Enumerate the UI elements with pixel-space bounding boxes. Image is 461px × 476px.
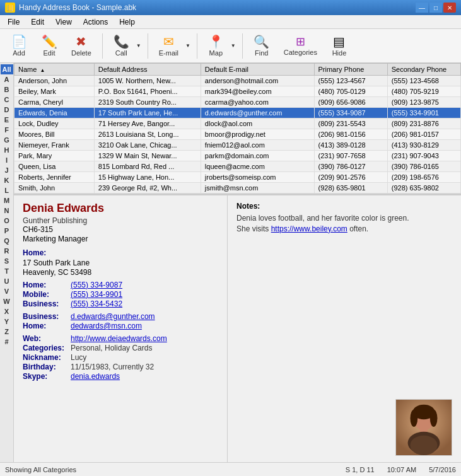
- call-button[interactable]: 📞 Call: [108, 32, 135, 61]
- alpha-v[interactable]: V: [1, 286, 13, 296]
- alpha-k[interactable]: K: [1, 175, 13, 185]
- alpha-m[interactable]: M: [1, 195, 13, 206]
- phone-mobile-value[interactable]: (555) 334-9901: [71, 290, 122, 299]
- skype-value[interactable]: denia.edwards: [71, 372, 120, 381]
- birthday-label: Birthday:: [23, 363, 67, 371]
- email-dropdown-arrow[interactable]: ▼: [184, 42, 192, 50]
- alpha-l[interactable]: L: [1, 185, 13, 195]
- add-button[interactable]: 📄 Add: [5, 32, 33, 61]
- alpha-f[interactable]: F: [1, 125, 13, 135]
- alpha-hash[interactable]: #: [1, 337, 13, 347]
- menu-help[interactable]: Help: [114, 16, 140, 28]
- map-dropdown-arrow[interactable]: ▼: [230, 42, 237, 50]
- menu-actions[interactable]: Actions: [78, 16, 113, 28]
- home-address-line1: 17 South Park Lane: [23, 258, 218, 267]
- web-label: Web:: [23, 334, 67, 343]
- alpha-i[interactable]: I: [1, 155, 13, 165]
- phone-business-value[interactable]: (555) 334-5432: [71, 299, 122, 308]
- alpha-c[interactable]: C: [1, 95, 13, 105]
- find-icon: 🔍: [254, 35, 269, 48]
- table-row[interactable]: Queen, Lisa 815 Lombard Rd, Red ... lque…: [15, 161, 461, 172]
- table-row[interactable]: Roberts, Jennifer 15 Highway Lane, Hon..…: [15, 172, 461, 183]
- table-row[interactable]: Smith, John 239 George Rd, #2, Wh... jsm…: [15, 183, 461, 194]
- find-button[interactable]: 🔍 Find: [248, 32, 276, 61]
- alpha-a[interactable]: A: [1, 74, 13, 84]
- table-row[interactable]: Anderson, John 1005 W. Northern, New... …: [15, 76, 461, 86]
- nickname-label: Nickname:: [23, 353, 67, 362]
- contact-name: Denia Edwards: [23, 202, 218, 215]
- table-row[interactable]: Carma, Cheryl 2319 South Country Ro... c…: [15, 97, 461, 108]
- col-header-email[interactable]: Default E-mail: [201, 64, 314, 76]
- cell-phone2: (413) 930-8129: [387, 140, 460, 151]
- skype-row: Skype: denia.edwards: [23, 372, 218, 381]
- alpha-q[interactable]: Q: [1, 236, 13, 246]
- phone-home-value[interactable]: (555) 334-9087: [71, 281, 122, 289]
- alpha-r[interactable]: R: [1, 246, 13, 256]
- table-row[interactable]: Moores, Bill 2613 Louisiana St, Long... …: [15, 129, 461, 140]
- web-value[interactable]: http://www.deiaedwards.com: [71, 334, 167, 343]
- table-row[interactable]: Edwards, Denia 17 South Park Lane, He...…: [15, 108, 461, 119]
- email-home-value[interactable]: dedwards@msn.com: [71, 322, 142, 330]
- email-business-value[interactable]: d.edwards@gunther.com: [71, 312, 155, 321]
- map-icon: 📍: [208, 35, 224, 48]
- alpha-x[interactable]: X: [1, 306, 13, 316]
- alpha-y[interactable]: Y: [1, 316, 13, 327]
- cell-phone1: (231) 907-7658: [314, 151, 387, 161]
- maximize-button[interactable]: □: [429, 3, 442, 13]
- call-icon: 📞: [114, 35, 129, 48]
- toolbar-sep-3: [197, 33, 197, 59]
- alpha-w[interactable]: W: [1, 296, 13, 306]
- call-dropdown-arrow[interactable]: ▼: [135, 42, 143, 50]
- alpha-all[interactable]: All: [1, 64, 13, 74]
- cell-phone2: (928) 635-9802: [387, 183, 460, 194]
- notes-body: Denia loves football, and her favorite c…: [236, 213, 452, 235]
- menu-file[interactable]: File: [3, 16, 25, 28]
- email-home-label: Home:: [23, 322, 67, 330]
- edit-button[interactable]: ✏️ Edit: [35, 32, 63, 61]
- alpha-h[interactable]: H: [1, 145, 13, 155]
- menu-view[interactable]: View: [50, 16, 77, 28]
- table-row[interactable]: Niemeyer, Frank 3210 Oak Lane, Chicag...…: [15, 140, 461, 151]
- alpha-o[interactable]: O: [1, 216, 13, 226]
- alpha-d[interactable]: D: [1, 105, 13, 115]
- cell-phone1: (390) 786-0127: [314, 161, 387, 172]
- alpha-j[interactable]: J: [1, 165, 13, 175]
- notes-link[interactable]: https://www.beiley.com: [271, 224, 347, 233]
- col-header-phone2[interactable]: Secondary Phone: [387, 64, 460, 76]
- cell-phone2: (209) 198-6576: [387, 172, 460, 183]
- categories-button[interactable]: ⊞ Categories: [278, 32, 323, 61]
- alpha-g[interactable]: G: [1, 135, 13, 145]
- alpha-s[interactable]: S: [1, 256, 13, 266]
- alpha-u[interactable]: U: [1, 276, 13, 286]
- cell-name: Smith, John: [15, 183, 95, 194]
- cell-phone1: (909) 656-9086: [314, 97, 387, 108]
- alpha-e[interactable]: E: [1, 115, 13, 125]
- alpha-z[interactable]: Z: [1, 327, 13, 337]
- categories-row: Categories: Personal, Holiday Cards: [23, 344, 218, 352]
- col-header-name[interactable]: Name ▲: [15, 64, 95, 76]
- alpha-t[interactable]: T: [1, 266, 13, 276]
- svg-point-7: [410, 436, 437, 455]
- alpha-n[interactable]: N: [1, 206, 13, 216]
- cell-address: P.O. Box 51641, Phoeni...: [94, 86, 201, 97]
- menu-edit[interactable]: Edit: [26, 16, 49, 28]
- map-button[interactable]: 📍 Map: [202, 32, 230, 61]
- cell-address: 1005 W. Northern, New...: [94, 76, 201, 86]
- cell-email: fniem012@aol.com: [201, 140, 314, 151]
- hide-button[interactable]: ▤ Hide: [325, 32, 353, 61]
- table-row[interactable]: Lock, Dudley 71 Hersey Ave, Bangor... dl…: [15, 119, 461, 129]
- col-header-address[interactable]: Default Address: [94, 64, 201, 76]
- alpha-b[interactable]: B: [1, 84, 13, 95]
- delete-button[interactable]: ✖ Delete: [66, 32, 97, 61]
- notes-text1: Denia loves football, and her favorite c…: [236, 214, 409, 223]
- col-header-phone1[interactable]: Primary Phone: [314, 64, 387, 76]
- cell-name: Beiley, Mark: [15, 86, 95, 97]
- minimize-button[interactable]: —: [416, 3, 428, 13]
- alpha-p[interactable]: P: [1, 226, 13, 236]
- close-button[interactable]: ✕: [443, 3, 456, 13]
- cell-email: anderson@hotmail.com: [201, 76, 314, 86]
- call-label: Call: [115, 49, 127, 57]
- table-row[interactable]: Park, Mary 1329 W Main St, Newar... park…: [15, 151, 461, 161]
- email-button[interactable]: ✉ E-mail: [153, 32, 184, 61]
- table-row[interactable]: Beiley, Mark P.O. Box 51641, Phoeni... m…: [15, 86, 461, 97]
